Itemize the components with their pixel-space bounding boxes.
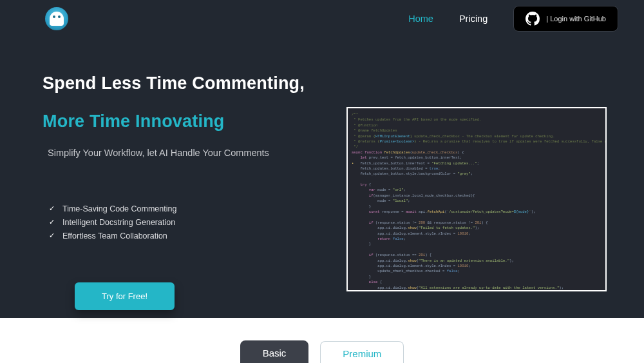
hero-content: Spend Less Time Commenting, More Time In… (0, 37, 644, 310)
hero-left-column: Spend Less Time Commenting, More Time In… (43, 64, 315, 310)
headline-plain: Spend Less Time Commenting, (43, 74, 305, 93)
login-github-button[interactable]: | Login with GitHub (513, 6, 618, 32)
hero-section: Home Pricing | Login with GitHub Spend L… (0, 0, 644, 318)
feature-text: Time-Saving Code Commenting (62, 204, 176, 213)
list-item: ✓Time-Saving Code Commenting (49, 204, 315, 213)
tab-premium[interactable]: Premium (320, 341, 404, 363)
nav-link-home[interactable]: Home (408, 14, 433, 24)
page-headline: Spend Less Time Commenting, More Time In… (43, 64, 315, 141)
feature-text: Intelligent Docstring Generation (62, 218, 175, 227)
pricing-tabs-section: Basic Premium (0, 318, 644, 363)
navbar: Home Pricing | Login with GitHub (0, 0, 644, 37)
list-item: ✓Intelligent Docstring Generation (49, 218, 315, 227)
subheadline: Simplify Your Workflow, let AI Handle Yo… (48, 148, 315, 158)
hero-right-column: /** * Fetches updates from the API based… (334, 64, 607, 310)
try-free-button[interactable]: Try for Free! (75, 282, 175, 310)
check-icon: ✓ (49, 231, 55, 240)
feature-text: Effortless Team Collaboration (62, 231, 167, 240)
logo-robot-icon (50, 12, 64, 26)
list-item: ✓Effortless Team Collaboration (49, 231, 315, 240)
check-icon: ✓ (49, 204, 55, 213)
tab-basic[interactable]: Basic (240, 340, 309, 363)
headline-accent: More Time Innovating (43, 112, 225, 131)
nav-link-pricing[interactable]: Pricing (459, 14, 488, 24)
nav-right: Home Pricing | Login with GitHub (408, 6, 618, 32)
code-preview: /** * Fetches updates from the API based… (346, 107, 607, 291)
logo[interactable] (45, 7, 68, 30)
login-label: | Login with GitHub (546, 15, 606, 23)
feature-list: ✓Time-Saving Code Commenting ✓Intelligen… (49, 204, 315, 240)
check-icon: ✓ (49, 218, 55, 226)
github-icon (526, 12, 540, 26)
